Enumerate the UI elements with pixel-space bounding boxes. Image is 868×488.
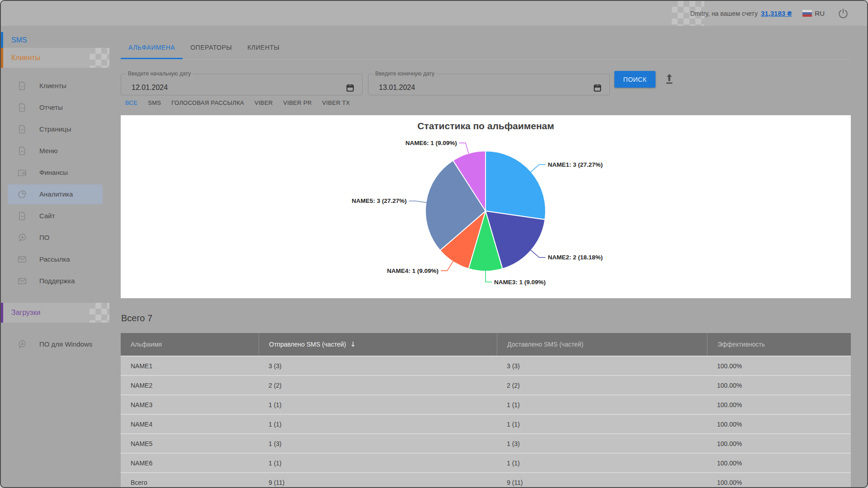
channel-filter-1[interactable]: SMS — [148, 99, 161, 106]
stats-table: АльфаимяОтправлено SMS (частей)↓Доставле… — [121, 333, 851, 488]
user-balance-text: Dmitry, на вашем счету — [690, 10, 758, 17]
table-row-5: NAME61 (1)1 (1)100.00% — [121, 453, 851, 472]
table-cell: 1 (1) — [259, 454, 497, 472]
pie-slice-name1[interactable] — [486, 151, 546, 220]
table-row-2: NAME31 (1)1 (1)100.00% — [121, 394, 851, 414]
sidebar: SMS Клиенты КлиентыОтчетыСтраницыМенюФин… — [1, 26, 112, 487]
filter-row: Введите начальную дату 12.01.2024 Введит… — [121, 70, 851, 96]
channel-filter-4[interactable]: VIBER PR — [283, 99, 312, 106]
sidebar-section-clients[interactable]: Клиенты — [1, 48, 109, 68]
sidebar-item-clients[interactable]: Клиенты — [1, 75, 112, 97]
sidebar-section-sms[interactable]: SMS — [1, 32, 109, 48]
table-cell: 100.00% — [707, 434, 851, 453]
pie-label-name2: NAME2: 2 (18.18%) — [548, 254, 603, 261]
sidebar-item-label: Финансы — [39, 167, 98, 178]
table-cell: 1 (3) — [497, 434, 707, 453]
sidebar-item-pages[interactable]: Страницы — [1, 118, 112, 140]
pie-leader-line — [486, 271, 492, 282]
channel-filter-0[interactable]: ВСЕ — [125, 99, 137, 106]
table-cell: Всего — [121, 473, 259, 488]
table-cell: 100.00% — [707, 473, 851, 488]
start-date-value[interactable]: 12.01.2024 — [132, 84, 168, 92]
start-date-label: Введите начальную дату — [126, 70, 193, 77]
table-row-0: NAME13 (3)3 (3)100.00% — [121, 356, 851, 375]
language-selector[interactable]: RU — [815, 9, 825, 17]
sidebar-item-reports[interactable]: Отчеты — [1, 97, 112, 118]
pie-label-name3: NAME3: 1 (9.09%) — [494, 279, 546, 286]
column-header-3[interactable]: Эффективность — [707, 333, 851, 356]
table-row-3: NAME41 (1)1 (1)100.00% — [121, 414, 851, 433]
total-count: Всего 7 — [121, 313, 152, 324]
table-cell: NAME6 — [121, 454, 259, 472]
pie-label-name4: NAME4: 1 (9.09%) — [387, 267, 439, 274]
balance-link[interactable]: 31,3183 ₴ — [761, 9, 792, 17]
channel-filter-bar: ВСЕSMSГОЛОСОВАЯ РАССЫЛКАVIBERVIBER PRVIB… — [125, 99, 350, 106]
sidebar-section-clients-label: Клиенты — [11, 54, 40, 62]
sidebar-item-software[interactable]: ПО — [1, 227, 112, 249]
sidebar-item-menu[interactable]: Меню — [1, 140, 112, 162]
column-header-label: Альфаимя — [131, 341, 162, 348]
table-cell: NAME3 — [121, 395, 259, 414]
logout-power-icon[interactable] — [837, 8, 849, 19]
pie-chart-icon — [17, 189, 27, 199]
table-cell: 9 (11) — [259, 473, 497, 488]
table-cell: 1 (1) — [497, 395, 707, 414]
download-icon — [17, 339, 27, 349]
sidebar-item-software-windows[interactable]: ПО для Windows — [1, 328, 112, 360]
table-cell: NAME5 — [121, 434, 259, 453]
sidebar-item-label: Меню — [39, 145, 98, 156]
sidebar-section-downloads[interactable]: Загрузки — [1, 303, 109, 323]
table-cell: NAME1 — [121, 357, 259, 375]
pie-label-name1: NAME1: 3 (27.27%) — [548, 161, 603, 168]
table-cell: 1 (1) — [497, 415, 707, 433]
sidebar-item-analytics[interactable]: Аналитика — [1, 183, 112, 205]
end-date-label: Введите конечную дату — [373, 70, 437, 77]
channel-filter-5[interactable]: VIBER TX — [322, 99, 350, 106]
column-header-2[interactable]: Доставлено SMS (частей) — [497, 333, 707, 356]
end-date-field[interactable]: Введите конечную дату 13.01.2024 — [368, 70, 610, 95]
sidebar-item-label: Рассылка — [39, 254, 98, 264]
sidebar-item-finances[interactable]: Финансы — [1, 162, 112, 183]
column-header-label: Доставлено SMS (частей) — [507, 341, 583, 348]
sidebar-item-label: Аналитика — [39, 189, 98, 199]
start-date-field[interactable]: Введите начальную дату 12.01.2024 — [121, 70, 363, 95]
document-icon — [17, 124, 27, 134]
column-header-1[interactable]: Отправлено SMS (частей)↓ — [259, 333, 497, 356]
sidebar-item-site[interactable]: Сайт — [1, 205, 112, 227]
calendar-icon[interactable] — [593, 83, 602, 93]
pie-leader-line — [409, 201, 427, 203]
sidebar-section-downloads-label: Загрузки — [11, 309, 40, 317]
table-cell: 2 (2) — [259, 376, 497, 394]
envelope-icon — [17, 276, 27, 286]
table-cell: 3 (3) — [497, 357, 707, 375]
channel-filter-2[interactable]: ГОЛОСОВАЯ РАССЫЛКА — [171, 99, 244, 106]
tab-alphanames[interactable]: АЛЬФАИМЕНА — [121, 36, 183, 59]
column-header-label: Эффективность — [717, 341, 765, 348]
calendar-icon[interactable] — [345, 83, 355, 93]
column-header-0[interactable]: Альфаимя — [121, 333, 259, 356]
pie-leader-line — [459, 143, 469, 154]
channel-filter-3[interactable]: VIBER — [255, 99, 273, 106]
sidebar-item-label: ПО для Windows — [39, 339, 98, 349]
pie-label-name6: NAME6: 1 (9.09%) — [406, 140, 457, 146]
end-date-value[interactable]: 13.01.2024 — [379, 84, 415, 92]
column-header-label: Отправлено SMS (частей) — [269, 341, 346, 348]
search-button[interactable]: ПОИСК — [614, 71, 656, 88]
pie-chart: NAME1: 3 (27.27%)NAME2: 2 (18.18%)NAME3:… — [121, 115, 851, 298]
table-cell: 9 (11) — [497, 473, 707, 488]
sidebar-item-support[interactable]: Поддержка — [1, 270, 112, 292]
table-header-row: АльфаимяОтправлено SMS (частей)↓Доставле… — [121, 333, 851, 356]
table-cell: 100.00% — [707, 415, 851, 433]
table-footer-row: Всего9 (11)9 (11)100.00% — [121, 472, 851, 488]
upload-icon[interactable] — [663, 73, 675, 85]
main-content: АЛЬФАИМЕНАОПЕРАТОРЫКЛИЕНТЫ Введите начал… — [121, 26, 851, 487]
sidebar-menu: КлиентыОтчетыСтраницыМенюФинансыАналитик… — [1, 75, 112, 292]
download-icon — [17, 233, 27, 243]
tab-operators[interactable]: ОПЕРАТОРЫ — [183, 36, 240, 59]
wallet-icon — [17, 168, 27, 178]
table-cell: 2 (2) — [497, 376, 707, 394]
pie-leader-line — [531, 250, 546, 257]
sidebar-item-mailing[interactable]: Рассылка — [1, 249, 112, 270]
tab-clients[interactable]: КЛИЕНТЫ — [240, 36, 287, 59]
pie-leader-line — [441, 261, 453, 271]
